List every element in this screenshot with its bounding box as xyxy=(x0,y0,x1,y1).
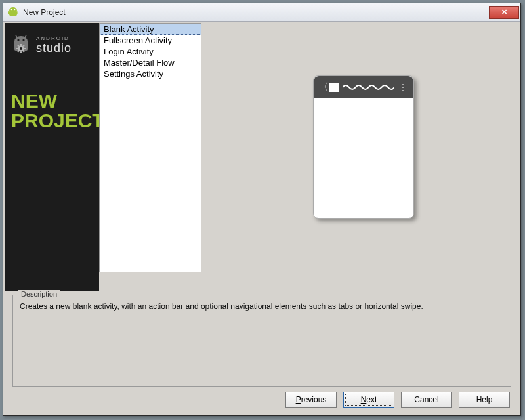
android-icon xyxy=(10,33,32,56)
activity-template-item[interactable]: Login Activity xyxy=(100,46,201,57)
android-studio-icon xyxy=(7,7,19,18)
help-label: Help xyxy=(476,395,493,404)
activity-preview-area: 〈 ⋮ xyxy=(201,23,519,291)
svg-point-1 xyxy=(11,9,12,10)
svg-point-10 xyxy=(20,47,22,50)
cancel-label: Cancel xyxy=(414,395,438,404)
activity-template-list[interactable]: Blank ActivityFullscreen ActivityLogin A… xyxy=(99,23,201,272)
description-text: Creates a new blank activity, with an ac… xyxy=(20,302,504,311)
activity-template-item[interactable]: Settings Activity xyxy=(100,68,201,79)
activity-template-item[interactable]: Master/Detail Flow xyxy=(100,57,201,68)
description-group: Description Creates a new blank activity… xyxy=(12,295,511,387)
window-title: New Project xyxy=(23,8,66,17)
sidebar-title-line2: PROJECT xyxy=(11,111,93,131)
title-bar: New Project xyxy=(3,3,520,22)
svg-line-15 xyxy=(18,45,19,47)
svg-point-5 xyxy=(17,39,19,41)
activity-template-item[interactable]: Blank Activity xyxy=(100,24,201,35)
svg-rect-0 xyxy=(9,10,17,16)
brand-big: studio xyxy=(36,41,72,55)
client-area: ANDROID studio NEW PROJECT Blank Activit… xyxy=(3,22,520,415)
next-button[interactable]: Next xyxy=(343,392,394,408)
brand: ANDROID studio xyxy=(10,33,94,56)
svg-line-7 xyxy=(16,35,18,38)
svg-rect-4 xyxy=(17,11,18,14)
svg-rect-3 xyxy=(8,11,9,14)
svg-line-18 xyxy=(24,45,25,47)
description-legend: Description xyxy=(18,290,60,298)
main-row: ANDROID studio NEW PROJECT Blank Activit… xyxy=(5,23,519,291)
overflow-menu-icon: ⋮ xyxy=(398,82,408,93)
previous-rest: revious xyxy=(301,395,327,404)
close-button[interactable] xyxy=(489,6,519,19)
wizard-sidebar: ANDROID studio NEW PROJECT xyxy=(5,23,99,291)
help-button[interactable]: Help xyxy=(459,392,510,408)
dialog-window: New Project xyxy=(3,3,521,416)
svg-line-8 xyxy=(25,35,27,38)
app-icon xyxy=(329,83,339,92)
previous-mnemonic: P xyxy=(296,395,301,404)
activity-template-item[interactable]: Fullscreen Activity xyxy=(100,35,201,46)
brand-small: ANDROID xyxy=(36,35,72,41)
sidebar-title-line1: NEW xyxy=(11,91,93,111)
brand-text: ANDROID studio xyxy=(36,35,72,55)
phone-action-bar: 〈 ⋮ xyxy=(314,76,413,98)
svg-line-16 xyxy=(24,51,25,52)
previous-button[interactable]: Previous xyxy=(285,392,337,408)
phone-preview: 〈 ⋮ xyxy=(313,75,414,219)
cancel-button[interactable]: Cancel xyxy=(401,392,452,408)
svg-line-17 xyxy=(18,51,19,52)
title-wave-icon xyxy=(343,83,394,91)
svg-point-2 xyxy=(14,9,16,10)
svg-point-6 xyxy=(22,39,24,41)
next-rest: ext xyxy=(366,395,377,404)
sidebar-title: NEW PROJECT xyxy=(11,91,93,131)
wizard-button-bar: Previous Next Cancel Help xyxy=(5,387,519,414)
window-buttons xyxy=(490,6,519,19)
back-icon: 〈 xyxy=(319,81,328,93)
